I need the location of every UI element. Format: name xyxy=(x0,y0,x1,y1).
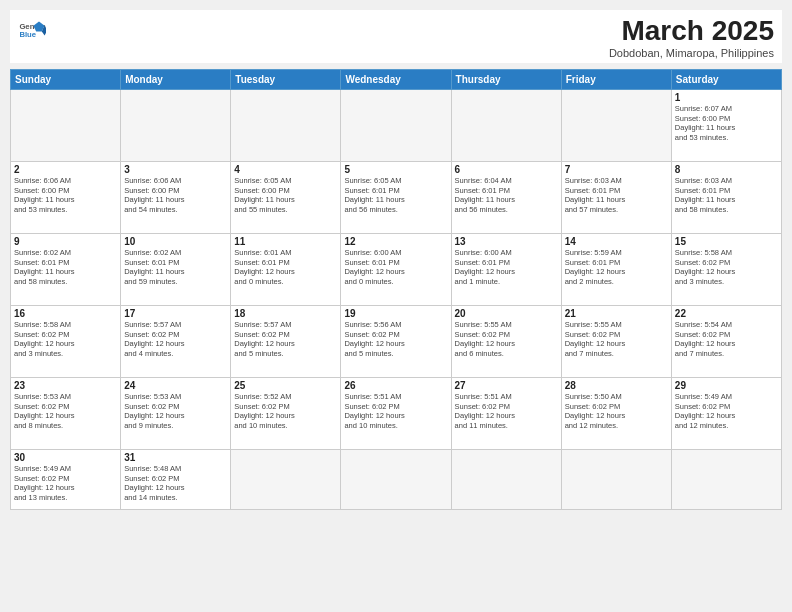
location-subtitle: Dobdoban, Mimaropa, Philippines xyxy=(609,47,774,59)
day-15: 15 Sunrise: 5:58 AMSunset: 6:02 PMDaylig… xyxy=(671,233,781,305)
day-19: 19 Sunrise: 5:56 AMSunset: 6:02 PMDaylig… xyxy=(341,305,451,377)
header: General Blue March 2025 Dobdoban, Mimaro… xyxy=(10,10,782,63)
header-friday: Friday xyxy=(561,69,671,89)
day-30: 30 Sunrise: 5:49 AMSunset: 6:02 PMDaylig… xyxy=(11,449,121,509)
header-sunday: Sunday xyxy=(11,69,121,89)
empty-cell xyxy=(121,89,231,161)
week-row-3: 9 Sunrise: 6:02 AMSunset: 6:01 PMDayligh… xyxy=(11,233,782,305)
header-wednesday: Wednesday xyxy=(341,69,451,89)
empty-cell xyxy=(341,89,451,161)
day-8: 8 Sunrise: 6:03 AMSunset: 6:01 PMDayligh… xyxy=(671,161,781,233)
week-row-2: 2 Sunrise: 6:06 AMSunset: 6:00 PMDayligh… xyxy=(11,161,782,233)
day-21: 21 Sunrise: 5:55 AMSunset: 6:02 PMDaylig… xyxy=(561,305,671,377)
header-monday: Monday xyxy=(121,69,231,89)
header-thursday: Thursday xyxy=(451,69,561,89)
day-16: 16 Sunrise: 5:58 AMSunset: 6:02 PMDaylig… xyxy=(11,305,121,377)
day-3: 3 Sunrise: 6:06 AMSunset: 6:00 PMDayligh… xyxy=(121,161,231,233)
day-28: 28 Sunrise: 5:50 AMSunset: 6:02 PMDaylig… xyxy=(561,377,671,449)
logo: General Blue xyxy=(18,16,46,44)
empty-cell xyxy=(11,89,121,161)
day-13: 13 Sunrise: 6:00 AMSunset: 6:01 PMDaylig… xyxy=(451,233,561,305)
day-22: 22 Sunrise: 5:54 AMSunset: 6:02 PMDaylig… xyxy=(671,305,781,377)
day-1: 1 Sunrise: 6:07 AMSunset: 6:00 PMDayligh… xyxy=(671,89,781,161)
day-23: 23 Sunrise: 5:53 AMSunset: 6:02 PMDaylig… xyxy=(11,377,121,449)
svg-text:Blue: Blue xyxy=(19,30,36,39)
empty-cell xyxy=(451,449,561,509)
empty-cell xyxy=(451,89,561,161)
empty-cell xyxy=(231,449,341,509)
day-20: 20 Sunrise: 5:55 AMSunset: 6:02 PMDaylig… xyxy=(451,305,561,377)
day-31: 31 Sunrise: 5:48 AMSunset: 6:02 PMDaylig… xyxy=(121,449,231,509)
calendar-table: Sunday Monday Tuesday Wednesday Thursday… xyxy=(10,69,782,510)
day-17: 17 Sunrise: 5:57 AMSunset: 6:02 PMDaylig… xyxy=(121,305,231,377)
day-24: 24 Sunrise: 5:53 AMSunset: 6:02 PMDaylig… xyxy=(121,377,231,449)
day-29: 29 Sunrise: 5:49 AMSunset: 6:02 PMDaylig… xyxy=(671,377,781,449)
day-4: 4 Sunrise: 6:05 AMSunset: 6:00 PMDayligh… xyxy=(231,161,341,233)
week-row-5: 23 Sunrise: 5:53 AMSunset: 6:02 PMDaylig… xyxy=(11,377,782,449)
day-9: 9 Sunrise: 6:02 AMSunset: 6:01 PMDayligh… xyxy=(11,233,121,305)
week-row-4: 16 Sunrise: 5:58 AMSunset: 6:02 PMDaylig… xyxy=(11,305,782,377)
day-12: 12 Sunrise: 6:00 AMSunset: 6:01 PMDaylig… xyxy=(341,233,451,305)
week-row-1: 1 Sunrise: 6:07 AMSunset: 6:00 PMDayligh… xyxy=(11,89,782,161)
empty-cell xyxy=(341,449,451,509)
day-5: 5 Sunrise: 6:05 AMSunset: 6:01 PMDayligh… xyxy=(341,161,451,233)
header-tuesday: Tuesday xyxy=(231,69,341,89)
day-7: 7 Sunrise: 6:03 AMSunset: 6:01 PMDayligh… xyxy=(561,161,671,233)
empty-cell xyxy=(561,449,671,509)
day-27: 27 Sunrise: 5:51 AMSunset: 6:02 PMDaylig… xyxy=(451,377,561,449)
day-2: 2 Sunrise: 6:06 AMSunset: 6:00 PMDayligh… xyxy=(11,161,121,233)
day-26: 26 Sunrise: 5:51 AMSunset: 6:02 PMDaylig… xyxy=(341,377,451,449)
day-10: 10 Sunrise: 6:02 AMSunset: 6:01 PMDaylig… xyxy=(121,233,231,305)
day-18: 18 Sunrise: 5:57 AMSunset: 6:02 PMDaylig… xyxy=(231,305,341,377)
header-saturday: Saturday xyxy=(671,69,781,89)
empty-cell xyxy=(231,89,341,161)
day-25: 25 Sunrise: 5:52 AMSunset: 6:02 PMDaylig… xyxy=(231,377,341,449)
empty-cell xyxy=(671,449,781,509)
day-14: 14 Sunrise: 5:59 AMSunset: 6:01 PMDaylig… xyxy=(561,233,671,305)
weekday-header-row: Sunday Monday Tuesday Wednesday Thursday… xyxy=(11,69,782,89)
month-title: March 2025 xyxy=(609,16,774,47)
day-6: 6 Sunrise: 6:04 AMSunset: 6:01 PMDayligh… xyxy=(451,161,561,233)
generalblue-logo-icon: General Blue xyxy=(18,16,46,44)
week-row-6: 30 Sunrise: 5:49 AMSunset: 6:02 PMDaylig… xyxy=(11,449,782,509)
page: General Blue March 2025 Dobdoban, Mimaro… xyxy=(0,0,792,612)
day-11: 11 Sunrise: 6:01 AMSunset: 6:01 PMDaylig… xyxy=(231,233,341,305)
title-block: March 2025 Dobdoban, Mimaropa, Philippin… xyxy=(609,16,774,59)
day-1-info: Sunrise: 6:07 AMSunset: 6:00 PMDaylight:… xyxy=(675,104,778,143)
empty-cell xyxy=(561,89,671,161)
